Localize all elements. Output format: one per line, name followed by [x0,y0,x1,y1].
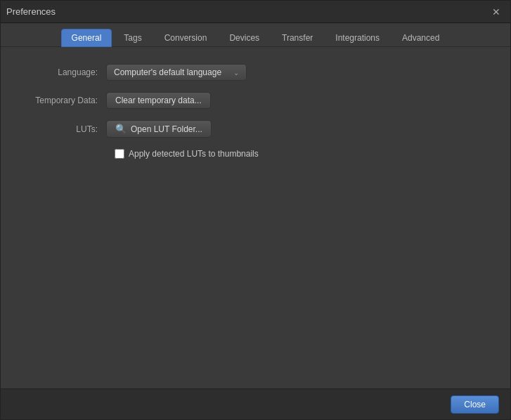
content-area: Language: Computer's default language ⌄ … [1,47,510,388]
luts-control: 🔍 Open LUT Folder... [106,120,212,138]
language-label: Language: [15,67,106,77]
tab-general[interactable]: General [61,29,112,47]
tab-devices[interactable]: Devices [219,29,270,47]
language-value: Computer's default language [114,67,221,77]
tab-transfer[interactable]: Transfer [271,29,323,47]
tab-bar: General Tags Conversion Devices Transfer… [1,23,510,47]
luts-checkbox-row: Apply detected LUTs to thumbnails [115,149,496,159]
close-button[interactable]: Close [451,395,499,414]
close-x-button[interactable]: ✕ [488,6,505,18]
language-select[interactable]: Computer's default language ⌄ [106,64,247,81]
language-control: Computer's default language ⌄ [106,64,247,81]
luts-row: LUTs: 🔍 Open LUT Folder... [15,120,496,138]
chevron-down-icon: ⌄ [233,69,239,77]
tab-integrations[interactable]: Integrations [325,29,390,47]
temp-data-label: Temporary Data: [15,96,106,105]
bottom-bar: Close [1,388,510,419]
tab-advanced[interactable]: Advanced [392,29,450,47]
apply-luts-checkbox[interactable] [115,149,124,159]
temp-data-row: Temporary Data: Clear temporary data... [15,92,496,109]
open-lut-folder-label: Open LUT Folder... [131,124,202,134]
open-lut-folder-button[interactable]: 🔍 Open LUT Folder... [106,120,212,138]
search-icon: 🔍 [115,124,127,134]
tab-conversion[interactable]: Conversion [154,29,218,47]
temp-data-control: Clear temporary data... [106,92,211,109]
apply-luts-label: Apply detected LUTs to thumbnails [129,149,259,159]
luts-label: LUTs: [15,124,106,134]
language-row: Language: Computer's default language ⌄ [15,64,496,81]
preferences-window: Preferences ✕ General Tags Conversion De… [0,0,511,420]
window-title: Preferences [6,6,56,17]
title-bar: Preferences ✕ [1,1,510,23]
clear-temp-data-button[interactable]: Clear temporary data... [106,92,211,109]
tab-tags[interactable]: Tags [113,29,152,47]
